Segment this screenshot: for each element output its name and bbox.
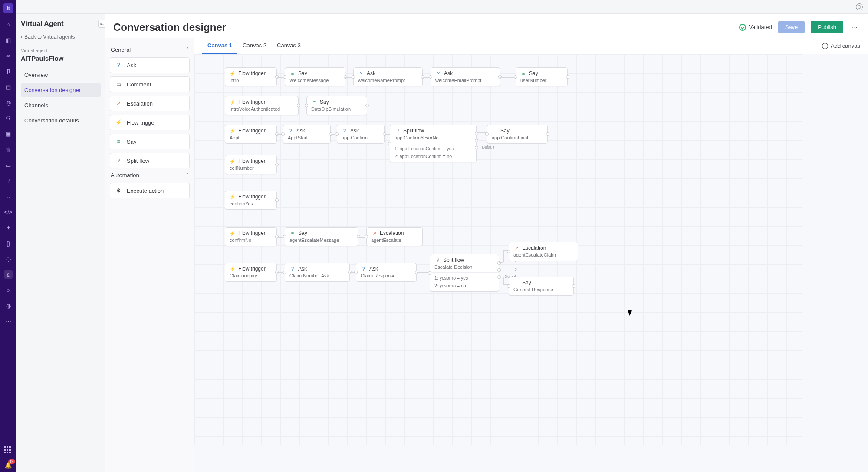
palette-item-execute[interactable]: ⚙Execute action <box>110 183 190 198</box>
validated-status: Validated <box>739 24 772 31</box>
flowtrigger-icon: ⚡ <box>230 266 236 272</box>
node-flowtrigger-cell[interactable]: ⚡Flow trigger cellNumber <box>225 155 277 174</box>
rail-more-icon[interactable]: ⋯ <box>4 317 13 326</box>
flowtrigger-icon: ⚡ <box>230 158 236 164</box>
product-title: Virtual Agent <box>21 20 101 28</box>
flowtrigger-icon: ⚡ <box>230 230 236 236</box>
app-switcher-icon[interactable] <box>4 446 13 455</box>
rail-code-icon[interactable]: </> <box>4 208 13 216</box>
node-split-escalatedec[interactable]: ⑂Split flow Escalate Decision 1: yesorno… <box>430 254 499 292</box>
rail-trophy-icon[interactable]: ♕ <box>4 145 13 154</box>
node-say-datadip[interactable]: ≡Say DataDipSimulation <box>306 96 367 115</box>
node-flowtrigger-claim[interactable]: ⚡Flow trigger Claim inquiry <box>225 263 277 282</box>
rail-book-icon[interactable]: ▭ <box>4 161 13 169</box>
escalation-icon: ↗ <box>371 230 377 236</box>
flow-name: AITPaulsFlow <box>21 55 101 62</box>
palette-section-automation[interactable]: Automation ˄ <box>111 172 189 178</box>
rail-users-icon[interactable]: ⚇ <box>4 114 13 122</box>
settings-icon[interactable] <box>856 3 863 10</box>
escalation-icon: ↗ <box>513 245 519 251</box>
node-ask-claimnumber[interactable]: ?Ask Claim Number Ask <box>285 263 350 282</box>
chevron-up-icon: ˄ <box>186 172 189 178</box>
tab-canvas-2[interactable]: Canvas 2 <box>237 38 272 54</box>
save-button[interactable]: Save <box>778 21 805 33</box>
node-ask-apptconfirm[interactable]: ?Ask apptConfirm <box>337 125 385 144</box>
palette-item-flowtrigger[interactable]: ⚡Flow trigger <box>110 115 190 130</box>
page-header: Conversation designer Validated Save Pub… <box>105 14 868 38</box>
publish-button[interactable]: Publish <box>811 21 843 33</box>
breadcrumb: Virtual agent <box>21 48 101 53</box>
chevron-left-icon: ‹ <box>21 34 23 40</box>
flowtrigger-icon: ⚡ <box>230 99 236 105</box>
node-flowtrigger-confirmyes[interactable]: ⚡Flow trigger confirmYes <box>225 191 277 210</box>
collapse-panel-icon[interactable]: ⇤ <box>98 20 106 28</box>
node-say-general[interactable]: ≡Say General Response <box>509 277 574 296</box>
tab-canvas-3[interactable]: Canvas 3 <box>272 38 306 54</box>
node-ask-email[interactable]: ?Ask welcomeEmailPrompt <box>431 67 500 86</box>
notifications-icon[interactable]: 🔔54 <box>5 462 12 469</box>
node-split-apptconfirm[interactable]: ⑂Split flow apptConfirmYesorNo 1: apptLo… <box>390 125 477 162</box>
palette-item-comment[interactable]: ▭Comment <box>110 76 190 92</box>
nav-channels[interactable]: Channels <box>21 99 101 112</box>
node-say-welcome[interactable]: ≡Say WelcomeMessage <box>285 67 345 86</box>
rail-link-icon[interactable]: ∞ <box>4 51 13 60</box>
node-flowtrigger-confirmno[interactable]: ⚡Flow trigger confirmNo <box>225 227 277 246</box>
app-logo[interactable]: it <box>3 3 13 13</box>
back-link[interactable]: ‹ Back to Virtual agents <box>21 34 101 40</box>
node-ask-claimresponse[interactable]: ?Ask Claim Response <box>356 263 417 282</box>
check-icon <box>739 24 746 31</box>
split-icon: ⑂ <box>395 128 401 134</box>
node-say-apptfinal[interactable]: ≡Say apptConfirmFinal <box>487 125 548 144</box>
canvas[interactable]: ⚡Flow trigger intro ≡Say WelcomeMessage <box>194 54 802 445</box>
palette-item-splitflow[interactable]: ⑂Split flow <box>110 153 190 168</box>
node-say-usernumber[interactable]: ≡Say userNumber <box>516 67 568 86</box>
nav-conversation-designer[interactable]: Conversation designer <box>21 83 101 97</box>
node-ask-name[interactable]: ?Ask welcomeNamePrompt <box>353 67 423 86</box>
plus-icon <box>822 43 828 49</box>
add-canvas-button[interactable]: Add canvas <box>822 38 860 53</box>
node-escalation-claim[interactable]: ↗Escalation agentEscalateClaim <box>509 242 578 261</box>
rail-dashboard-icon[interactable]: ◧ <box>4 36 13 44</box>
rail-clipboard-icon[interactable]: ▣ <box>4 129 13 138</box>
canvas-viewport[interactable]: ⚡Flow trigger intro ≡Say WelcomeMessage <box>194 54 868 472</box>
rail-home-icon[interactable]: ⌂ <box>4 20 13 29</box>
rail-brackets-icon[interactable]: {} <box>4 239 13 248</box>
rail-chart-icon[interactable]: ⇵ <box>4 67 13 76</box>
left-panel: ⇤ Virtual Agent ‹ Back to Virtual agents… <box>16 14 105 472</box>
ask-icon: ? <box>289 266 296 272</box>
comment-icon: ▭ <box>115 80 122 88</box>
node-flowtrigger-appt[interactable]: ⚡Flow trigger Appt <box>225 125 277 144</box>
top-bar <box>16 0 868 14</box>
say-icon: ≡ <box>513 280 519 286</box>
node-flowtrigger-intro[interactable]: ⚡Flow trigger intro <box>225 67 277 86</box>
rail-comment-icon[interactable]: ○ <box>4 286 13 294</box>
palette-item-ask[interactable]: ?Ask <box>110 57 190 73</box>
flowtrigger-icon: ⚡ <box>230 70 236 76</box>
rail-shield-icon[interactable]: ⛉ <box>4 192 13 201</box>
rail-chat-icon[interactable]: ◌ <box>4 254 13 263</box>
say-icon: ≡ <box>520 70 526 76</box>
node-flowtrigger-introvoice[interactable]: ⚡Flow trigger IntroVoiceAuthenticated <box>225 96 299 115</box>
more-actions-button[interactable]: ⋯ <box>849 22 860 33</box>
palette-item-escalation[interactable]: ↗Escalation <box>110 96 190 111</box>
rail-doc-icon[interactable]: ▤ <box>4 83 13 91</box>
palette-item-say[interactable]: ≡Say <box>110 134 190 149</box>
rail-compass-icon[interactable]: ◑ <box>4 301 13 310</box>
rail-branch-icon[interactable]: ⑂ <box>4 176 13 185</box>
palette-section-general[interactable]: General ˄ <box>111 46 189 53</box>
ask-icon: ? <box>435 70 441 76</box>
rail-target-icon[interactable]: ◎ <box>4 98 13 107</box>
rail-bot-icon[interactable]: ☺ <box>4 270 13 279</box>
tab-canvas-1[interactable]: Canvas 1 <box>202 38 237 54</box>
say-icon: ≡ <box>289 70 296 76</box>
gear-icon: ⚙ <box>115 187 122 195</box>
chevron-up-icon: ˄ <box>186 47 189 53</box>
ask-icon: ? <box>358 70 364 76</box>
nav-overview[interactable]: Overview <box>21 68 101 82</box>
node-say-agentescmsg[interactable]: ≡Say agentEscalateMessage <box>285 227 358 246</box>
rail-automate-icon[interactable]: ✦ <box>4 223 13 232</box>
say-icon: ≡ <box>311 99 317 105</box>
node-ask-apptstart[interactable]: ?Ask ApptStart <box>283 125 331 144</box>
nav-conversation-defaults[interactable]: Conversation defaults <box>21 114 101 127</box>
node-escalation-agent[interactable]: ↗Escalation agentEscalate <box>366 227 423 246</box>
